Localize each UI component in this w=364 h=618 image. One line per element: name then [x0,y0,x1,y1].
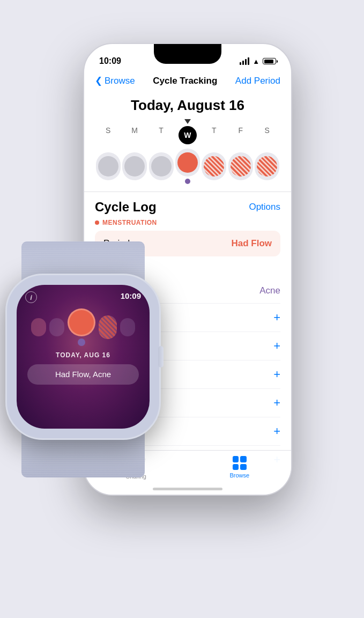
day-bubble-t1 [149,152,174,180]
period-dot-m [124,156,145,176]
day-label-m: M [122,126,147,144]
active-day-circle: W [179,126,197,144]
status-time: 10:09 [99,56,121,66]
home-indicator [153,488,222,490]
day-t2[interactable] [202,152,226,180]
wifi-icon: ▲ [252,57,259,65]
watch-screen: i 10:09 TODAY, AUG 16 Had Flow, Acne [17,285,150,429]
day-t1[interactable] [149,152,174,180]
nav-bar: ❮ Browse Cycle Tracking Add Period [84,71,291,92]
battery-icon [263,58,276,64]
nav-title: Cycle Tracking [153,76,217,86]
period-dot-f [231,156,251,176]
day-label-f: F [228,126,253,144]
day-label-s2: S [255,126,279,144]
watch-day-4 [99,315,117,339]
watch-body: i 10:09 TODAY, AUG 16 Had Flow, Acne [5,274,161,440]
watch-info-button[interactable]: i [25,291,37,303]
test1-plus[interactable]: + [273,339,280,353]
week-days-row: S M T W T F S [95,126,280,144]
watch-time: 10:09 [121,291,141,303]
test2-plus[interactable]: + [273,367,280,381]
tab-browse[interactable]: Browse [229,456,249,479]
day-bubble-m [122,152,147,180]
watch-day-5 [120,318,135,336]
symptoms-value: Acne [259,285,280,296]
back-button[interactable]: ❮ Browse [95,75,135,86]
period-dot-s2 [257,156,277,176]
iphone-notch [154,44,221,64]
cycle-log-title: Cycle Log [95,200,157,215]
day-f[interactable] [228,152,253,180]
divider-1 [84,192,291,192]
symptom-dot-w [185,179,190,184]
day-s[interactable] [96,152,121,180]
day-label-w: W [175,126,200,144]
watch-center-circle [68,308,95,336]
watch-status-text: Had Flow, Acne [55,370,111,379]
add-period-button[interactable]: Add Period [235,76,280,86]
period-dot-s [98,156,118,176]
activity-plus[interactable]: + [273,311,280,325]
week-circles-row [95,149,280,184]
day-w[interactable] [175,149,200,184]
active-day-letter: W [184,131,191,139]
watch-status-bar: i 10:09 [17,285,150,305]
watch-day-1 [31,318,46,336]
cycle-log-header: Cycle Log Options [95,200,280,215]
day-bubble-s2 [255,152,279,180]
watch-purple-dot [78,339,85,346]
options-button[interactable]: Options [249,202,280,212]
menstruation-label: MENSTRUATION [95,219,280,226]
back-label[interactable]: Browse [105,76,135,86]
watch-date-label: TODAY, AUG 16 [17,351,150,359]
test3-plus[interactable]: + [273,396,280,410]
watch-crown [158,346,164,367]
triangle-indicator [184,119,191,124]
period-dot-w [177,152,198,173]
day-m[interactable] [122,152,147,180]
date-heading: Today, August 16 [95,97,280,114]
browse-icon [233,456,247,470]
day-bubble-f [228,152,253,180]
chevron-left-icon: ❮ [95,75,102,86]
day-label-t1: T [149,126,174,144]
day-bubble-s [96,152,121,180]
watch-day-2 [49,318,64,336]
signal-icon [240,57,249,65]
period-dot-t2 [204,156,224,176]
menstruation-text: MENSTRUATION [102,219,157,226]
day-label-t2: T [202,126,226,144]
day-bubble-w [175,149,200,176]
quality-plus[interactable]: + [273,424,280,438]
apple-watch: i 10:09 TODAY, AUG 16 Had Flow, Acne [5,274,161,440]
watch-today-wrap [68,308,95,346]
day-s2[interactable] [255,152,279,180]
watch-status-pill: Had Flow, Acne [27,364,139,385]
period-dot-t1 [151,156,172,176]
day-label-s: S [96,126,121,144]
calendar-section: Today, August 16 S M T W T F S [84,92,291,184]
day-indicator [95,119,280,124]
day-bubble-t2 [202,152,226,180]
period-value: Had Flow [231,238,272,249]
status-icons: ▲ [240,57,276,65]
tab-browse-label: Browse [229,472,249,479]
menses-dot [95,220,99,225]
